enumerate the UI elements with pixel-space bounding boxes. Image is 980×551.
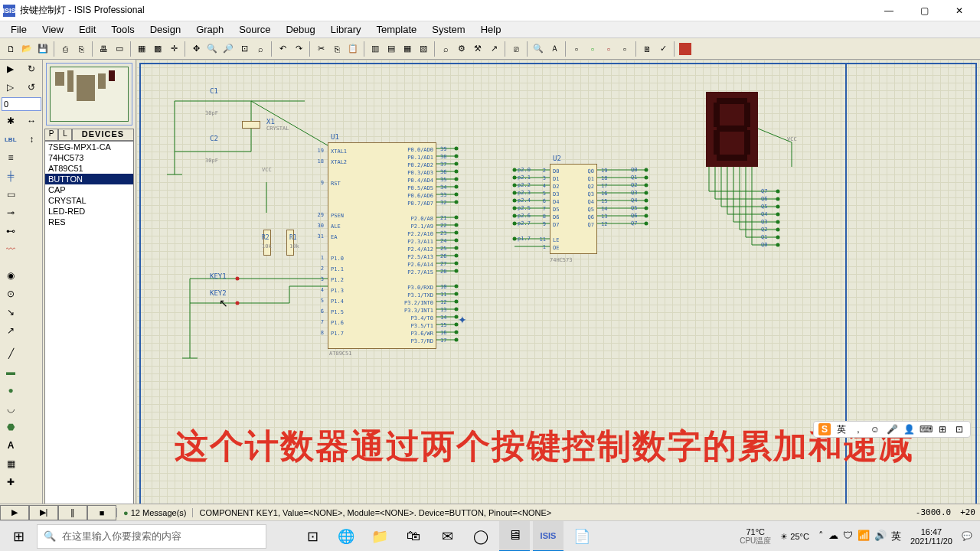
grid-button[interactable]: ▩ xyxy=(150,41,165,57)
schematic-canvas[interactable]: C1 30pF C2 30pF X1 CRYSTAL U1 XTAL119XTA… xyxy=(136,60,980,511)
wire-button[interactable]: ↗ xyxy=(486,41,501,57)
menu-file[interactable]: File xyxy=(3,22,34,37)
decompose-button[interactable]: ⚒ xyxy=(470,41,485,57)
device-item[interactable]: RES xyxy=(45,217,133,227)
pan-button[interactable]: ✥ xyxy=(188,41,204,57)
block-move-button[interactable]: ▤ xyxy=(384,41,399,57)
edge-icon[interactable]: 🌐 xyxy=(331,521,361,552)
defender-icon[interactable]: 🛡 xyxy=(843,530,853,543)
mail-icon[interactable]: ✉ xyxy=(432,521,462,552)
taskbar-search[interactable]: 🔍 在这里输入你要搜索的内容 xyxy=(37,524,266,549)
search-button[interactable]: 🔍 xyxy=(531,41,546,57)
rotate-ccw-icon[interactable]: ↺ xyxy=(21,78,43,96)
bus-tool[interactable]: ╪ xyxy=(0,167,21,185)
device-item[interactable]: 7SEG-MPX1-CA xyxy=(45,142,133,152)
menu-system[interactable]: System xyxy=(424,22,472,37)
device-item[interactable]: 74HC573 xyxy=(45,152,133,163)
start-button[interactable]: ⊞ xyxy=(0,521,37,552)
overview-window[interactable] xyxy=(46,63,132,126)
seven-segment[interactable] xyxy=(706,92,758,167)
new-sheet-button[interactable]: ▫ xyxy=(569,41,584,57)
area-button[interactable]: ▭ xyxy=(112,41,127,57)
menu-graph[interactable]: Graph xyxy=(188,22,231,37)
u1-chip[interactable]: XTAL119XTAL218RST9PSEN29ALE30EA31P1.01P1… xyxy=(328,142,436,349)
export-button[interactable]: ⎘ xyxy=(74,41,89,57)
ime-grid2-icon[interactable]: ⊡ xyxy=(953,423,965,435)
label-tool[interactable]: LBL xyxy=(0,130,21,148)
lang-icon[interactable]: 英 xyxy=(891,530,901,543)
maximize-button[interactable]: ▢ xyxy=(906,0,942,21)
ime-mic-icon[interactable]: 🎤 xyxy=(886,423,898,435)
refresh-button[interactable]: ▦ xyxy=(134,41,149,57)
minimize-button[interactable]: — xyxy=(871,0,906,21)
menu-source[interactable]: Source xyxy=(231,22,278,37)
make-device-button[interactable]: ⚙ xyxy=(454,41,469,57)
device-item[interactable]: CRYSTAL xyxy=(45,195,133,206)
path-tool[interactable]: ⬣ xyxy=(0,418,21,436)
store-icon[interactable]: 🛍 xyxy=(398,521,429,552)
menu-edit[interactable]: Edit xyxy=(71,22,103,37)
graph-tool[interactable]: 〰 xyxy=(0,240,21,259)
block-rotate-button[interactable]: ▦ xyxy=(400,41,415,57)
notepad-icon[interactable]: 📄 xyxy=(567,521,597,552)
menu-tools[interactable]: Tools xyxy=(103,22,142,37)
arc-tool[interactable]: ◡ xyxy=(0,399,21,418)
device-item[interactable]: LED-RED xyxy=(45,206,133,217)
component-tool[interactable]: ▷ xyxy=(0,78,21,96)
circle-tool[interactable]: ● xyxy=(0,381,21,399)
selection-tool[interactable]: ▶ xyxy=(0,60,21,78)
device-list[interactable]: 7SEG-MPX1-CA74HC573AT89C51BUTTONCAPCRYST… xyxy=(44,141,134,510)
devices-tab-p[interactable]: P xyxy=(44,129,58,141)
block-delete-button[interactable]: ▧ xyxy=(416,41,431,57)
ime-bar[interactable]: S 英 , ☺ 🎤 👤 ⌨ ⊞ ⊡ xyxy=(813,421,971,438)
menu-view[interactable]: View xyxy=(34,22,71,37)
open-button[interactable]: 📂 xyxy=(19,41,34,57)
generator-tool[interactable]: ⊙ xyxy=(0,285,21,303)
wifi-icon[interactable]: 📶 xyxy=(858,530,870,543)
ime-kbd-icon[interactable]: ⌨ xyxy=(920,423,932,435)
pause-button[interactable]: ‖ xyxy=(58,505,87,520)
volume-icon[interactable]: 🔊 xyxy=(874,530,887,543)
undo-button[interactable]: ↶ xyxy=(275,41,290,57)
explorer-icon[interactable]: 📁 xyxy=(364,521,395,552)
zoom-in-button[interactable]: 🔍 xyxy=(204,41,220,57)
pin-tool[interactable]: ⊷ xyxy=(0,222,21,240)
tray-up-icon[interactable]: ˄ xyxy=(818,530,824,543)
cortana-icon[interactable]: ◯ xyxy=(466,521,496,552)
text-tool[interactable]: ≡ xyxy=(0,148,21,167)
ime-emoji-icon[interactable]: ☺ xyxy=(869,423,881,435)
weather[interactable]: ☀ 25°C xyxy=(780,532,809,541)
goto-sheet-button[interactable]: ▫ xyxy=(617,41,632,57)
symbol-tool[interactable]: ▦ xyxy=(0,455,21,473)
devices-tab-l[interactable]: L xyxy=(58,129,72,141)
block-copy-button[interactable]: ▥ xyxy=(368,41,383,57)
rotation-input[interactable] xyxy=(2,97,41,111)
junction-tool[interactable]: ✱ xyxy=(0,112,21,130)
ime-punct-icon[interactable]: , xyxy=(852,423,864,435)
toggle-button[interactable]: ⎚ xyxy=(508,41,524,57)
step-button[interactable]: ▶| xyxy=(29,505,58,520)
erc-button[interactable]: ✓ xyxy=(655,41,671,57)
menu-debug[interactable]: Debug xyxy=(278,22,322,37)
device-item[interactable]: CAP xyxy=(45,184,133,195)
subcircuit-tool[interactable]: ▭ xyxy=(0,185,21,204)
menu-library[interactable]: Library xyxy=(323,22,369,37)
close-button[interactable]: ✕ xyxy=(942,0,977,21)
ime-logo-icon[interactable]: S xyxy=(818,423,831,435)
redo-button[interactable]: ↷ xyxy=(291,41,306,57)
mirror-v-icon[interactable]: ↕ xyxy=(21,130,43,148)
u2-chip[interactable]: D02D13D24D35D46D57D68D79LE11OE1Q019Q118Q… xyxy=(550,164,597,254)
probe-i-tool[interactable]: ↗ xyxy=(0,321,21,340)
paste-button[interactable]: 📋 xyxy=(345,41,361,57)
cpu-temp[interactable]: 71°C CPU温度 xyxy=(740,527,771,546)
stop-button[interactable]: ■ xyxy=(87,505,116,520)
mirror-h-icon[interactable]: ↔ xyxy=(21,112,43,130)
crystal[interactable] xyxy=(242,121,260,129)
pick-button[interactable]: ⌕ xyxy=(438,41,453,57)
copy-button[interactable]: ⎘ xyxy=(329,41,345,57)
box-tool[interactable]: ▬ xyxy=(0,363,21,381)
menu-design[interactable]: Design xyxy=(142,22,188,37)
origin-button[interactable]: ✛ xyxy=(166,41,181,57)
ime-lang[interactable]: 英 xyxy=(835,423,848,435)
device-item[interactable]: AT89C51 xyxy=(45,163,133,174)
